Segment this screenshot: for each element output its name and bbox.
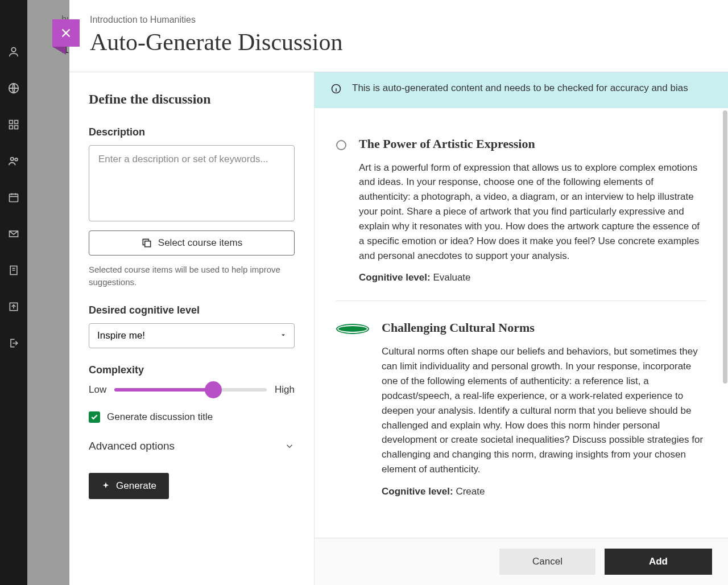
complexity-label: Complexity [89, 364, 295, 376]
nav-exit-icon[interactable] [7, 337, 20, 349]
add-button[interactable]: Add [605, 549, 712, 575]
nav-grid-icon[interactable] [7, 118, 20, 131]
modal-body: Define the discussion Description Select… [69, 72, 728, 585]
discussion-option: The Power of Artistic ExpressionArt is a… [336, 124, 706, 301]
advanced-options-label: Advanced options [89, 440, 175, 452]
advanced-options-toggle[interactable]: Advanced options [89, 440, 295, 452]
svg-point-6 [11, 158, 14, 161]
cognitive-level-select[interactable]: Inspire me! [89, 323, 295, 348]
option-meta: Cognitive level: Create [382, 486, 706, 497]
svg-point-0 [11, 48, 15, 52]
complexity-slider-row: Low High [89, 383, 295, 397]
complexity-high-label: High [275, 384, 295, 396]
modal-panel: Introduction to Humanities Auto-Generate… [69, 0, 728, 585]
description-input[interactable] [89, 145, 295, 221]
option-body: The Power of Artistic ExpressionArt is a… [359, 137, 706, 284]
results-panel: This is auto-generated content and needs… [314, 72, 728, 585]
nav-globe-icon[interactable] [7, 82, 20, 94]
generate-button[interactable]: Generate [89, 473, 169, 499]
svg-rect-8 [10, 194, 18, 201]
nav-people-icon[interactable] [7, 155, 20, 167]
option-body: Challenging Cultural NormsCultural norms… [382, 320, 706, 497]
description-label: Description [89, 126, 295, 138]
complexity-low-label: Low [89, 384, 106, 396]
sparkle-icon [101, 481, 110, 491]
discussion-option: Challenging Cultural NormsCultural norms… [336, 300, 706, 514]
nav-doc-icon[interactable] [7, 264, 20, 277]
option-radio[interactable] [336, 140, 346, 150]
option-text: Art is a powerful form of expression tha… [359, 160, 706, 263]
select-course-items-button[interactable]: Select course items [89, 230, 295, 256]
close-button-tail [52, 47, 66, 55]
generate-title-checkbox[interactable] [89, 411, 100, 423]
option-title: The Power of Artistic Expression [359, 137, 706, 151]
nav-calendar-icon[interactable] [7, 191, 20, 204]
svg-rect-2 [10, 121, 13, 124]
info-banner: This is auto-generated content and needs… [315, 72, 728, 108]
close-icon [60, 27, 72, 39]
svg-rect-3 [15, 121, 18, 124]
cognitive-level-label: Desired cognitive level [89, 304, 295, 316]
scrollbar-thumb[interactable] [723, 110, 727, 384]
generate-title-label: Generate discussion title [107, 411, 213, 423]
nav-profile-icon[interactable] [7, 46, 20, 58]
svg-point-7 [15, 158, 18, 161]
page-title: Auto-Generate Discussion [90, 28, 708, 56]
generate-button-label: Generate [116, 480, 156, 492]
modal-header: Introduction to Humanities Auto-Generate… [69, 0, 728, 72]
slider-fill [114, 388, 213, 392]
cancel-button[interactable]: Cancel [499, 549, 595, 575]
nav-share-icon[interactable] [7, 300, 20, 313]
banner-text: This is auto-generated content and needs… [352, 81, 688, 96]
copy-icon [141, 237, 152, 249]
slider-thumb[interactable] [205, 381, 222, 398]
complexity-slider[interactable] [114, 383, 267, 397]
scrollbar[interactable] [722, 108, 728, 538]
options-list: The Power of Artistic ExpressionArt is a… [315, 108, 728, 538]
define-panel: Define the discussion Description Select… [69, 72, 314, 585]
close-button[interactable] [52, 19, 80, 47]
modal-footer: Cancel Add [315, 538, 728, 585]
option-radio[interactable] [336, 324, 369, 334]
option-meta: Cognitive level: Evaluate [359, 272, 706, 283]
svg-rect-12 [144, 241, 150, 247]
chevron-down-icon [284, 441, 295, 451]
svg-rect-4 [10, 126, 13, 129]
option-title: Challenging Cultural Norms [382, 320, 706, 335]
select-items-helper: Selected course items will be used to he… [89, 263, 295, 289]
option-text: Cultural norms often shape our beliefs a… [382, 344, 706, 476]
breadcrumb: Introduction to Humanities [90, 15, 708, 25]
nav-mail-icon[interactable] [7, 228, 20, 240]
generate-title-row: Generate discussion title [89, 411, 295, 423]
svg-rect-5 [15, 126, 18, 129]
define-heading: Define the discussion [89, 92, 295, 107]
select-course-items-label: Select course items [158, 237, 242, 249]
check-icon [90, 413, 98, 421]
info-icon [330, 83, 342, 99]
left-nav-rail [0, 0, 27, 585]
